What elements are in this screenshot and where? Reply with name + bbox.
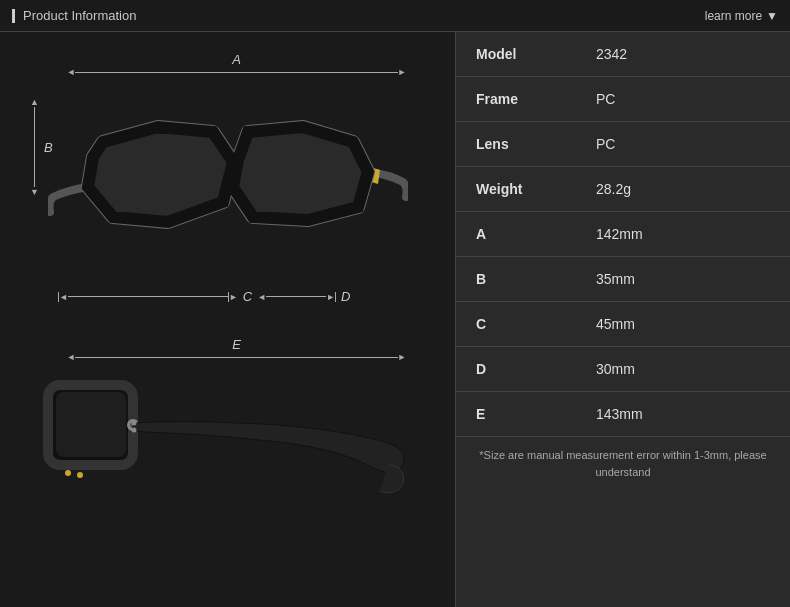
specs-label: Lens <box>456 122 576 167</box>
learn-more-button[interactable]: learn more ▼ <box>705 9 778 23</box>
arrow-down-b: ▼ <box>30 187 39 197</box>
specs-row-b: B 35mm <box>456 257 790 302</box>
specs-value: 143mm <box>576 392 790 437</box>
learn-more-label: learn more <box>705 9 762 23</box>
specs-label: Frame <box>456 77 576 122</box>
dimension-b-container: ▲ ▼ B <box>30 97 53 197</box>
specs-row-lens: Lens PC <box>456 122 790 167</box>
main-content: A ◄ ► ▲ ▼ B <box>0 32 790 607</box>
label-d: D <box>341 289 350 304</box>
arrow-right-c: ► <box>229 292 238 302</box>
measure-line-a <box>75 72 397 73</box>
specs-row-weight: Weight 28.2g <box>456 167 790 212</box>
specs-table: Model 2342 Frame PC Lens PC Weight 28.2g… <box>456 32 790 436</box>
svg-point-15 <box>131 427 136 432</box>
tick-right-d <box>335 292 336 302</box>
specs-value: 30mm <box>576 347 790 392</box>
measure-line-e <box>75 357 397 358</box>
line-c <box>68 296 228 297</box>
specs-label: Model <box>456 32 576 77</box>
specs-value: 28.2g <box>576 167 790 212</box>
specs-row-d: D 30mm <box>456 347 790 392</box>
arrow-left-e: ◄ <box>67 352 76 362</box>
side-view-section: E ◄ ► <box>20 327 435 527</box>
line-d <box>266 296 326 297</box>
specs-label: A <box>456 212 576 257</box>
specs-row-model: Model 2342 <box>456 32 790 77</box>
dimension-cd-container: ◄ ► C ◄ ► D <box>58 289 350 304</box>
specs-note-text: *Size are manual measurement error withi… <box>479 449 766 478</box>
specs-value: PC <box>576 122 790 167</box>
specs-row-c: C 45mm <box>456 302 790 347</box>
label-a: A <box>232 52 241 67</box>
specs-value: 142mm <box>576 212 790 257</box>
svg-point-16 <box>65 470 71 476</box>
top-view-section: A ◄ ► ▲ ▼ B <box>20 42 435 312</box>
arrow-left-c: ◄ <box>59 292 68 302</box>
label-e: E <box>232 337 241 352</box>
v-line-b <box>34 107 35 187</box>
glasses-top-view <box>48 102 408 282</box>
arrow-left-d: ◄ <box>257 292 266 302</box>
title-text: Product Information <box>23 8 136 23</box>
specs-label: E <box>456 392 576 437</box>
specs-label: Weight <box>456 167 576 212</box>
svg-point-17 <box>77 472 83 478</box>
specs-label: C <box>456 302 576 347</box>
header: Product Information learn more ▼ <box>0 0 790 32</box>
specs-value: 45mm <box>576 302 790 347</box>
dimension-e-container: E ◄ ► <box>58 337 415 362</box>
dimension-a-container: A ◄ ► <box>58 52 415 77</box>
arrow-left-a: ◄ <box>67 67 76 77</box>
glasses-side-view <box>38 365 418 520</box>
page-title: Product Information <box>12 8 136 23</box>
specs-row-a: A 142mm <box>456 212 790 257</box>
specs-value: PC <box>576 77 790 122</box>
specs-row-frame: Frame PC <box>456 77 790 122</box>
right-panel: Model 2342 Frame PC Lens PC Weight 28.2g… <box>455 32 790 607</box>
specs-label: D <box>456 347 576 392</box>
arrow-right-e: ► <box>398 352 407 362</box>
arrow-right-a: ► <box>398 67 407 77</box>
specs-note: *Size are manual measurement error withi… <box>456 436 790 490</box>
specs-label: B <box>456 257 576 302</box>
dropdown-icon: ▼ <box>766 9 778 23</box>
label-c: C <box>243 289 252 304</box>
svg-point-14 <box>131 420 136 425</box>
svg-rect-11 <box>56 392 126 457</box>
left-panel: A ◄ ► ▲ ▼ B <box>0 32 455 607</box>
specs-value: 2342 <box>576 32 790 77</box>
specs-row-e: E 143mm <box>456 392 790 437</box>
arrow-right-d: ► <box>326 292 335 302</box>
arrow-up-b: ▲ <box>30 97 39 107</box>
specs-value: 35mm <box>576 257 790 302</box>
label-b: B <box>44 140 53 155</box>
